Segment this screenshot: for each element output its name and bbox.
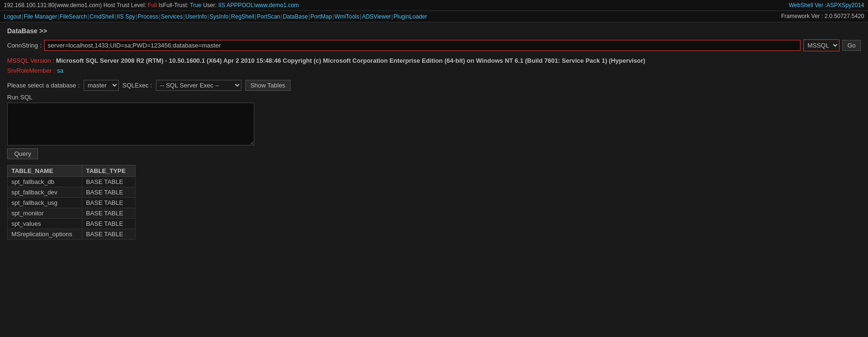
table-cell-type: BASE TABLE bbox=[82, 208, 135, 219]
nav-file-manager[interactable]: File Manager bbox=[24, 13, 57, 20]
table-cell-name: spt_values bbox=[8, 219, 82, 229]
table-cell-type: BASE TABLE bbox=[82, 198, 135, 208]
sql-exec-select[interactable]: -- SQL Server Exec -- xp_cmdshell OACrea… bbox=[156, 80, 241, 91]
nav-userinfo[interactable]: UserInfo bbox=[185, 13, 207, 20]
db-type-select[interactable]: MSSQL MySQL Oracle SQLite Access bbox=[803, 39, 839, 51]
results-table: TABLE_NAME TABLE_TYPE spt_fallback_dbBAS… bbox=[7, 165, 135, 240]
db-select[interactable]: master tempdb model msdb bbox=[84, 80, 119, 91]
table-cell-name: MSreplication_options bbox=[8, 229, 82, 240]
server-info: 192.168.100.131:80(www.demo1.com) bbox=[4, 2, 102, 9]
framework-ver: Framework Ver : 2.0.50727.5420 bbox=[781, 13, 864, 19]
top-bar: 192.168.100.131:80(www.demo1.com) Host T… bbox=[0, 0, 868, 11]
nav-iis-spy[interactable]: IIS Spy bbox=[117, 13, 135, 20]
table-cell-type: BASE TABLE bbox=[82, 187, 135, 198]
table-row: spt_fallback_devBASE TABLE bbox=[8, 187, 135, 198]
go-button[interactable]: Go bbox=[842, 40, 861, 51]
user-value: IIS APPPOOL\www.demo1.com bbox=[218, 2, 299, 9]
is-full-trust-label: IsFull-Trust: bbox=[159, 2, 190, 9]
nav-sysinfo[interactable]: SysInfo bbox=[210, 13, 229, 20]
db-select-row: Please select a database : master tempdb… bbox=[7, 80, 861, 91]
nav-database[interactable]: DataBase bbox=[283, 13, 308, 20]
nav-filesearch[interactable]: FileSearch bbox=[60, 13, 87, 20]
table-row: spt_fallback_dbBASE TABLE bbox=[8, 177, 135, 187]
sql-exec-label: SQLExec : bbox=[123, 82, 152, 89]
db-select-label: Please select a database : bbox=[7, 82, 80, 89]
user-label: User: bbox=[203, 2, 218, 9]
webshell-ver-link[interactable]: WebShell Ver :ASPXSpy2014 bbox=[789, 2, 864, 9]
nav-cmdshell[interactable]: CmdShell bbox=[89, 13, 114, 20]
nav-process[interactable]: Process bbox=[138, 13, 158, 20]
col-table-name: TABLE_NAME bbox=[8, 165, 82, 177]
nav-logout[interactable]: Logout bbox=[4, 13, 21, 20]
srv-role-label: SrvRoleMember : bbox=[7, 67, 57, 74]
table-cell-type: BASE TABLE bbox=[82, 177, 135, 187]
table-cell-type: BASE TABLE bbox=[82, 219, 135, 229]
table-cell-type: BASE TABLE bbox=[82, 229, 135, 240]
table-row: MSreplication_optionsBASE TABLE bbox=[8, 229, 135, 240]
nav-services[interactable]: Services bbox=[161, 13, 183, 20]
table-row: spt_monitorBASE TABLE bbox=[8, 208, 135, 219]
nav-bar: Logout|File Manager|FileSearch|CmdShell|… bbox=[0, 11, 868, 22]
show-tables-button[interactable]: Show Tables bbox=[245, 80, 290, 91]
version-text: Microsoft SQL Server 2008 R2 (RTM) - 10.… bbox=[56, 57, 646, 64]
conn-input[interactable] bbox=[44, 40, 800, 51]
page-title: DataBase >> bbox=[7, 27, 861, 35]
trust-label: Host Trust Level: bbox=[103, 2, 147, 9]
top-bar-info: 192.168.100.131:80(www.demo1.com) Host T… bbox=[4, 2, 299, 9]
version-line: MSSQL Version : Microsoft SQL Server 200… bbox=[7, 57, 861, 64]
run-sql-label: Run SQL bbox=[7, 94, 861, 101]
nav-portscan[interactable]: PortScan bbox=[257, 13, 280, 20]
main-content: DataBase >> ConnString : MSSQL MySQL Ora… bbox=[0, 22, 868, 244]
srv-role-value[interactable]: sa bbox=[57, 67, 64, 74]
table-cell-name: spt_fallback_db bbox=[8, 177, 82, 187]
query-button[interactable]: Query bbox=[7, 148, 38, 159]
srv-role-line: SrvRoleMember : sa bbox=[7, 67, 861, 74]
nav-pluginloader[interactable]: PluginLoader bbox=[394, 13, 427, 20]
version-label: MSSQL Version : bbox=[7, 57, 56, 64]
col-table-type: TABLE_TYPE bbox=[82, 165, 135, 177]
webshell-ver: WebShell Ver :ASPXSpy2014 bbox=[789, 2, 864, 9]
table-cell-name: spt_monitor bbox=[8, 208, 82, 219]
table-cell-name: spt_fallback_usg bbox=[8, 198, 82, 208]
conn-label: ConnString : bbox=[7, 42, 41, 49]
nav-adsviewer[interactable]: ADSViewer bbox=[362, 13, 391, 20]
nav-wmitools[interactable]: WmiTools bbox=[335, 13, 359, 20]
table-row: spt_valuesBASE TABLE bbox=[8, 219, 135, 229]
sql-textarea[interactable] bbox=[7, 103, 254, 145]
table-row: spt_fallback_usgBASE TABLE bbox=[8, 198, 135, 208]
trust-level: Full bbox=[148, 2, 157, 9]
table-cell-name: spt_fallback_dev bbox=[8, 187, 82, 198]
nav-portmap[interactable]: PortMap bbox=[310, 13, 332, 20]
conn-row: ConnString : MSSQL MySQL Oracle SQLite A… bbox=[7, 39, 861, 51]
is-full-trust: True bbox=[190, 2, 202, 9]
nav-regshell[interactable]: RegShell bbox=[231, 13, 254, 20]
